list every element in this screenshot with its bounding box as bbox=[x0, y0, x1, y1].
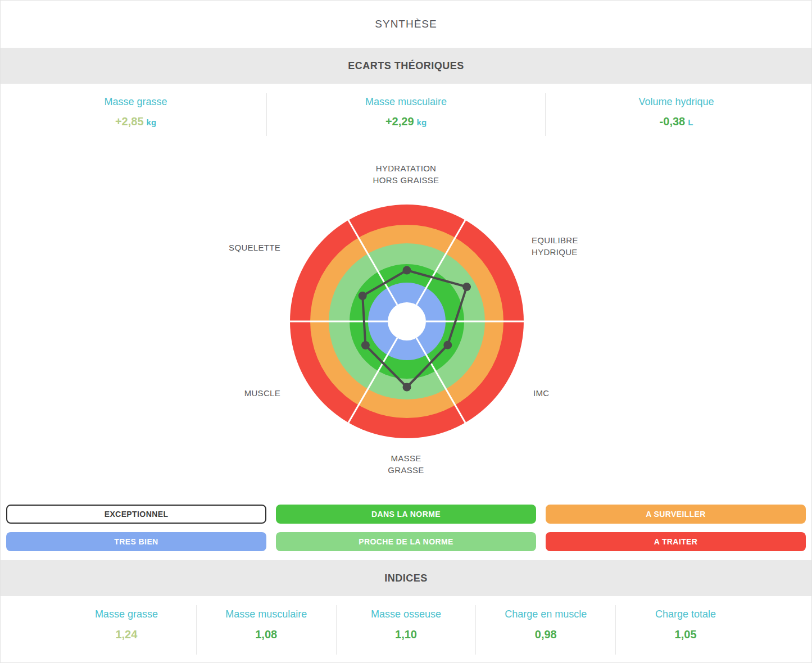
index-masse-grasse: Masse grasse 1,24 bbox=[57, 605, 197, 655]
radar-label-muscle: MUSCLE bbox=[244, 387, 280, 399]
index-value-number: 1,24 bbox=[115, 628, 137, 641]
indices-section-band: INDICES bbox=[1, 560, 811, 596]
legend: EXCEPTIONNEL DANS LA NORME A SURVEILLER … bbox=[6, 505, 806, 551]
radar-label-equilibre-hydrique: EQUILIBRE HYDRIQUE bbox=[532, 234, 578, 258]
index-masse-musculaire: Masse musculaire 1,08 bbox=[197, 605, 337, 655]
indices-section-title: INDICES bbox=[384, 573, 428, 584]
metric-label: Volume hydrique bbox=[541, 96, 811, 108]
index-label: Charge en muscle bbox=[476, 608, 615, 620]
metric-value-number: -0,38 bbox=[660, 115, 686, 128]
radar-label-imc: IMC bbox=[533, 387, 549, 399]
metric-value-unit: kg bbox=[417, 117, 427, 127]
synthese-page: SYNTHÈSE ECARTS THÉORIQUES Masse grasse … bbox=[1, 1, 811, 662]
legend-button-a-surveiller[interactable]: A SURVEILLER bbox=[546, 505, 806, 524]
legend-button-dans-la-norme[interactable]: DANS LA NORME bbox=[276, 505, 536, 524]
page-title: SYNTHÈSE bbox=[375, 18, 437, 30]
metric-value: +2,85kg bbox=[1, 115, 271, 128]
radar-chart-svg bbox=[283, 198, 530, 445]
index-label: Masse osseuse bbox=[337, 608, 476, 620]
ecarts-section-band: ECARTS THÉORIQUES bbox=[1, 48, 811, 84]
index-value: 1,10 bbox=[337, 628, 476, 641]
index-label: Masse grasse bbox=[57, 608, 196, 620]
index-value: 1,05 bbox=[616, 628, 755, 641]
index-label: Masse musculaire bbox=[197, 608, 336, 620]
index-value-number: 1,10 bbox=[395, 628, 417, 641]
metric-value-unit: L bbox=[688, 117, 693, 127]
radar-label-masse-grasse: MASSE GRASSE bbox=[1, 452, 811, 476]
index-value-number: 0,98 bbox=[535, 628, 557, 641]
metric-label: Masse musculaire bbox=[271, 96, 541, 108]
metric-value-number: +2,29 bbox=[385, 115, 414, 128]
ecarts-metrics-row: Masse grasse +2,85kg Masse musculaire +2… bbox=[1, 84, 811, 140]
indices-metrics-row: Masse grasse 1,24 Masse musculaire 1,08 … bbox=[1, 596, 811, 655]
radar-label-hydratation-hors-graisse: HYDRATATION HORS GRAISSE bbox=[1, 162, 811, 186]
index-value: 1,08 bbox=[197, 628, 336, 641]
metric-masse-musculaire: Masse musculaire +2,29kg bbox=[271, 84, 541, 140]
legend-button-a-traiter[interactable]: A TRAITER bbox=[546, 532, 806, 551]
legend-button-tres-bien[interactable]: TRES BIEN bbox=[6, 532, 266, 551]
index-charge-en-muscle: Charge en muscle 0,98 bbox=[476, 605, 616, 655]
metric-label: Masse grasse bbox=[1, 96, 271, 108]
index-value: 1,24 bbox=[57, 628, 196, 641]
index-label: Charge totale bbox=[616, 608, 755, 620]
radar-label-squelette: SQUELETTE bbox=[229, 242, 280, 253]
radar-chart-area: HYDRATATION HORS GRAISSE EQUILIBRE HYDRI… bbox=[1, 140, 811, 499]
metric-value: +2,29kg bbox=[271, 115, 541, 128]
legend-button-exceptionnel[interactable]: EXCEPTIONNEL bbox=[6, 505, 266, 524]
metric-value-unit: kg bbox=[147, 117, 157, 127]
column-divider bbox=[545, 93, 546, 136]
column-divider bbox=[266, 93, 267, 136]
index-masse-osseuse: Masse osseuse 1,10 bbox=[337, 605, 477, 655]
index-value-number: 1,08 bbox=[255, 628, 277, 641]
metric-masse-grasse: Masse grasse +2,85kg bbox=[1, 84, 271, 140]
legend-button-proche-de-la-norme[interactable]: PROCHE DE LA NORME bbox=[276, 532, 536, 551]
page-header: SYNTHÈSE bbox=[1, 1, 811, 48]
index-charge-totale: Charge totale 1,05 bbox=[616, 605, 755, 655]
index-value-number: 1,05 bbox=[675, 628, 697, 641]
ecarts-section-title: ECARTS THÉORIQUES bbox=[348, 60, 464, 72]
metric-volume-hydrique: Volume hydrique -0,38L bbox=[541, 84, 811, 140]
metric-value: -0,38L bbox=[541, 115, 811, 128]
index-value: 0,98 bbox=[476, 628, 615, 641]
metric-value-number: +2,85 bbox=[115, 115, 144, 128]
